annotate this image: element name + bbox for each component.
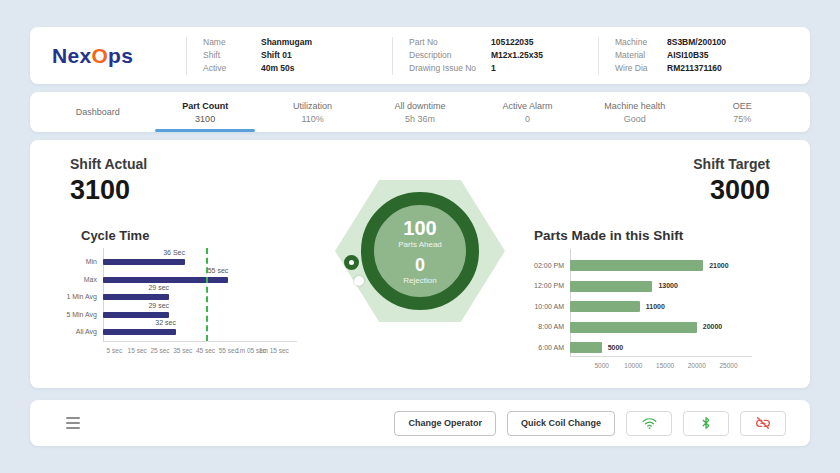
shift-actual-block: Shift Actual 3100 — [70, 156, 147, 206]
bar — [103, 259, 185, 265]
tab-label: Dashboard — [76, 107, 120, 117]
info-label: Wire Dia — [615, 63, 667, 74]
category-label: 6:00 AM — [530, 344, 564, 351]
info-value: M12x1.25x35 — [491, 50, 543, 61]
menu-icon[interactable] — [64, 413, 82, 433]
bar — [103, 277, 228, 283]
quick-coil-change-button[interactable]: Quick Coil Change — [507, 411, 615, 436]
tab-active-alarm[interactable]: Active Alarm0 — [474, 92, 581, 132]
value-label: 20000 — [703, 323, 722, 330]
info-row: Active40m 50s — [203, 63, 376, 74]
info-row: Drawing Issue No1 — [409, 63, 582, 74]
tab-value: 110% — [301, 114, 323, 124]
info-label: Description — [409, 50, 491, 61]
info-row: ShiftShift 01 — [203, 50, 376, 61]
shift-target-label: Shift Target — [693, 156, 770, 172]
shift-target-value: 3000 — [693, 175, 770, 206]
tab-label: Part Count — [182, 101, 228, 111]
tab-dashboard[interactable]: Dashboard — [44, 92, 151, 132]
info-label: Material — [615, 50, 667, 61]
category-label: Min — [65, 258, 97, 265]
cycle-time-plot: Min36 SecMax55 sec1 Min Avg29 sec5 Min A… — [65, 228, 355, 378]
category-label: 10:00 AM — [530, 303, 564, 310]
value-label: 11000 — [646, 303, 665, 310]
info-row: Machine8S3BM/200100 — [615, 37, 788, 48]
gauge-progress-cap-icon — [344, 255, 359, 270]
parts-ahead-label: Parts Ahead — [398, 240, 442, 249]
main-card: Shift Actual 3100 Shift Target 3000 Cycl… — [30, 140, 810, 388]
parts-gauge: 100 Parts Ahead 0 Rejection — [335, 180, 505, 322]
tab-label: OEE — [733, 101, 752, 111]
bar — [103, 329, 176, 335]
header-divider — [598, 37, 599, 75]
tab-label: Utilization — [293, 101, 332, 111]
category-label: 8:00 AM — [530, 323, 564, 330]
parts-ahead-value: 100 — [403, 218, 436, 238]
info-label: Active — [203, 63, 261, 74]
info-value: Shanmugam — [261, 37, 312, 48]
bar — [103, 312, 169, 318]
bar — [570, 281, 652, 292]
change-operator-button[interactable]: Change Operator — [394, 411, 496, 436]
nexops-logo: NexOps — [52, 44, 170, 68]
shift-actual-label: Shift Actual — [70, 156, 147, 172]
header-card: NexOps NameShanmugamShiftShift 01Active4… — [30, 27, 810, 84]
tab-all-downtime[interactable]: All downtime5h 36m — [366, 92, 473, 132]
rejection-value: 0 — [415, 256, 425, 274]
bluetooth-icon — [700, 416, 712, 430]
tab-bar: DashboardPart Count3100Utilization110%Al… — [30, 92, 810, 132]
bar — [570, 260, 703, 271]
category-label: Max — [65, 276, 97, 283]
tab-oee[interactable]: OEE75% — [689, 92, 796, 132]
x-axis-tick: 25000 — [706, 362, 750, 369]
logo-o: O — [91, 44, 108, 67]
cycle-time-chart: Cycle Time Min36 SecMax55 sec1 Min Avg29… — [65, 228, 355, 378]
value-label: 5000 — [608, 344, 624, 351]
info-row: MaterialAISI10B35 — [615, 50, 788, 61]
info-label: Name — [203, 37, 261, 48]
info-row: Part No105122035 — [409, 37, 582, 48]
info-value: Shift 01 — [261, 50, 292, 61]
shift-actual-value: 3100 — [70, 175, 147, 206]
header-divider — [392, 37, 393, 75]
tab-value: Good — [624, 114, 646, 124]
info-row: DescriptionM12x1.25x35 — [409, 50, 582, 61]
x-axis-line — [103, 341, 297, 342]
value-label: 21000 — [709, 262, 728, 269]
footer-actions: Change Operator Quick Coil Change — [394, 411, 786, 436]
wifi-icon — [642, 417, 657, 430]
gauge-progress-dot-icon — [354, 276, 364, 286]
value-label: 13000 — [658, 282, 677, 289]
parts-made-plot: 02:00 PM2100012:00 PM1300010:00 AM110008… — [530, 228, 798, 384]
category-label: 02:00 PM — [530, 262, 564, 269]
info-value: 1 — [491, 63, 496, 74]
tab-part-count[interactable]: Part Count3100 — [151, 92, 258, 132]
info-value: 40m 50s — [261, 63, 295, 74]
category-label: All Avg — [65, 328, 97, 335]
bar — [570, 322, 697, 333]
logo-prefix: Nex — [52, 44, 91, 67]
category-label: 12:00 PM — [530, 282, 564, 289]
info-label: Shift — [203, 50, 261, 61]
parts-made-chart: Parts Made in this Shift 02:00 PM2100012… — [530, 228, 798, 384]
value-label: 55 sec — [168, 267, 228, 274]
value-label: 29 sec — [109, 302, 169, 309]
link-off-button[interactable] — [740, 411, 786, 436]
rejection-label: Rejection — [403, 276, 436, 285]
info-value: RM211371160 — [667, 63, 722, 74]
tab-value: 3100 — [195, 114, 215, 124]
info-row: Wire DiaRM211371160 — [615, 63, 788, 74]
tab-machine-health[interactable]: Machine healthGood — [581, 92, 688, 132]
logo-suffix: ps — [108, 44, 133, 67]
x-axis-tick: 1m 15 sec — [252, 347, 296, 354]
info-label: Machine — [615, 37, 667, 48]
tab-utilization[interactable]: Utilization110% — [259, 92, 366, 132]
value-label: 36 Sec — [125, 249, 185, 256]
wifi-button[interactable] — [626, 411, 672, 436]
bar — [570, 301, 640, 312]
category-label: 1 Min Avg — [65, 293, 97, 300]
header-info-group-part: Part No105122035DescriptionM12x1.25x35Dr… — [409, 37, 582, 74]
x-axis-line — [570, 356, 752, 357]
info-label: Part No — [409, 37, 491, 48]
bluetooth-button[interactable] — [683, 411, 729, 436]
